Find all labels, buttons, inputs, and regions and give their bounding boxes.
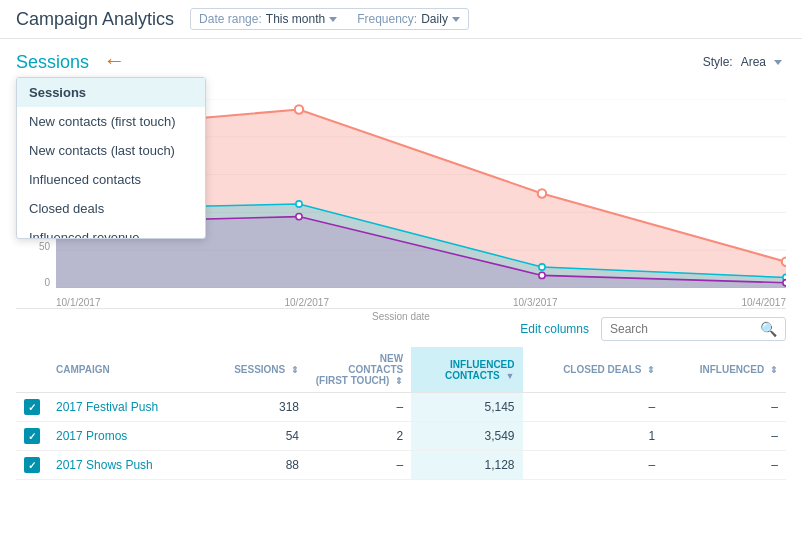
search-icon: 🔍 xyxy=(760,321,777,337)
date-range-label: Date range: xyxy=(199,12,262,26)
sessions-cell: 54 xyxy=(202,422,307,451)
data-point xyxy=(296,213,302,219)
campaigns-table: CAMPAIGN SESSIONS ⇕ NEWCONTACTS(FIRST TO… xyxy=(16,347,786,480)
col-influenced-revenue: INFLUENCED ⇕ xyxy=(663,347,786,393)
campaign-name-cell: 2017 Promos xyxy=(48,422,202,451)
metric-dropdown-list: SessionsNew contacts (first touch)New co… xyxy=(17,78,205,238)
date-range-dropdown[interactable]: This month xyxy=(266,12,337,26)
date-range-chevron-icon xyxy=(329,17,337,22)
data-point xyxy=(539,264,545,270)
style-value: Area xyxy=(741,55,766,69)
col-influenced-contacts: INFLUENCEDCONTACTS ▼ xyxy=(411,347,522,393)
sessions-cell: 318 xyxy=(202,393,307,422)
frequency-dropdown[interactable]: Daily xyxy=(421,12,460,26)
metric-dropdown-item[interactable]: Closed deals xyxy=(17,194,205,223)
search-input[interactable] xyxy=(610,322,760,336)
style-chevron-icon xyxy=(774,60,782,65)
y-axis-value: 50 xyxy=(39,241,50,252)
style-selector[interactable]: Style: Area xyxy=(699,55,786,69)
metric-selector[interactable]: Sessions → SessionsNew contacts (first t… xyxy=(16,49,125,75)
data-point xyxy=(295,105,303,113)
new-contacts-first-cell: – xyxy=(307,393,411,422)
sort-icon: ⇕ xyxy=(770,365,778,375)
table-body: 2017 Festival Push318–5,145––2017 Promos… xyxy=(16,393,786,480)
metric-label: Sessions xyxy=(16,52,89,73)
metric-dropdown-item[interactable]: Sessions xyxy=(17,78,205,107)
search-box: 🔍 xyxy=(601,317,786,341)
table-row: 2017 Shows Push88–1,128–– xyxy=(16,451,786,480)
data-point xyxy=(539,272,545,278)
data-point xyxy=(538,189,546,197)
frequency-label: Frequency: xyxy=(357,12,417,26)
campaign-link[interactable]: 2017 Festival Push xyxy=(56,400,158,414)
x-axis-label: 10/3/2017 xyxy=(513,297,558,308)
metric-dropdown: SessionsNew contacts (first touch)New co… xyxy=(16,77,206,239)
table-section: Edit columns 🔍 CAMPAIGN SESSIONS ⇕ NEWCO… xyxy=(0,309,802,480)
page-header: Campaign Analytics Date range: This mont… xyxy=(0,0,802,39)
sessions-cell: 88 xyxy=(202,451,307,480)
sort-icon: ▼ xyxy=(506,371,515,381)
checkbox-cell xyxy=(16,451,48,480)
campaign-checkbox[interactable] xyxy=(24,399,40,415)
x-axis: 10/1/2017 10/2/2017 10/3/2017 10/4/2017 xyxy=(56,297,786,308)
metric-dropdown-item[interactable]: New contacts (first touch) xyxy=(17,107,205,136)
col-closed-deals: CLOSED DEALS ⇕ xyxy=(523,347,664,393)
influenced-contacts-cell: 1,128 xyxy=(411,451,522,480)
style-label: Style: xyxy=(703,55,733,69)
chart-header: Sessions → SessionsNew contacts (first t… xyxy=(16,49,786,75)
chart-section: Sessions → SessionsNew contacts (first t… xyxy=(0,39,802,309)
page-title: Campaign Analytics xyxy=(16,9,174,30)
campaign-link[interactable]: 2017 Shows Push xyxy=(56,458,153,472)
campaign-checkbox[interactable] xyxy=(24,457,40,473)
campaign-checkbox[interactable] xyxy=(24,428,40,444)
col-new-contacts: NEWCONTACTS(FIRST TOUCH) ⇕ xyxy=(307,347,411,393)
sort-icon: ⇕ xyxy=(291,365,299,375)
metric-dropdown-item[interactable]: Influenced contacts xyxy=(17,165,205,194)
checkbox-cell xyxy=(16,422,48,451)
influenced-revenue-cell: – xyxy=(663,422,786,451)
metric-dropdown-item[interactable]: New contacts (last touch) xyxy=(17,136,205,165)
x-axis-label: 10/4/2017 xyxy=(742,297,787,308)
x-axis-label: 10/2/2017 xyxy=(285,297,330,308)
data-point xyxy=(782,258,786,266)
data-point xyxy=(783,280,786,286)
frequency-chevron-icon xyxy=(452,17,460,22)
x-axis-title: Session date xyxy=(372,311,430,322)
data-point xyxy=(296,201,302,207)
frequency-value: Daily xyxy=(421,12,448,26)
filter-bar: Date range: This month Frequency: Daily xyxy=(190,8,469,30)
y-axis-value: 0 xyxy=(44,277,50,288)
campaign-link[interactable]: 2017 Promos xyxy=(56,429,127,443)
closed-deals-cell: 1 xyxy=(523,422,664,451)
closed-deals-cell: – xyxy=(523,393,664,422)
sort-icon: ⇕ xyxy=(395,376,403,386)
metric-dropdown-item[interactable]: Influenced revenue xyxy=(17,223,205,238)
influenced-revenue-cell: – xyxy=(663,451,786,480)
col-campaign: CAMPAIGN xyxy=(48,347,202,393)
campaign-name-cell: 2017 Shows Push xyxy=(48,451,202,480)
influenced-contacts-cell: 5,145 xyxy=(411,393,522,422)
date-range-value: This month xyxy=(266,12,325,26)
influenced-contacts-cell: 3,549 xyxy=(411,422,522,451)
table-header: CAMPAIGN SESSIONS ⇕ NEWCONTACTS(FIRST TO… xyxy=(16,347,786,393)
table-row: 2017 Promos5423,5491– xyxy=(16,422,786,451)
col-checkbox xyxy=(16,347,48,393)
checkbox-cell xyxy=(16,393,48,422)
campaign-name-cell: 2017 Festival Push xyxy=(48,393,202,422)
table-row: 2017 Festival Push318–5,145–– xyxy=(16,393,786,422)
new-contacts-first-cell: 2 xyxy=(307,422,411,451)
sort-icon: ⇕ xyxy=(647,365,655,375)
new-contacts-first-cell: – xyxy=(307,451,411,480)
closed-deals-cell: – xyxy=(523,451,664,480)
edit-columns-button[interactable]: Edit columns xyxy=(520,322,589,336)
arrow-indicator-icon: → xyxy=(103,49,125,75)
x-axis-label: 10/1/2017 xyxy=(56,297,101,308)
influenced-revenue-cell: – xyxy=(663,393,786,422)
col-sessions: SESSIONS ⇕ xyxy=(202,347,307,393)
